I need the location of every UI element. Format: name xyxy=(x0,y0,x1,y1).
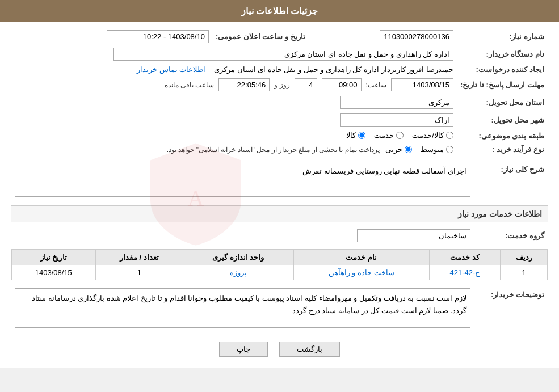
city-value: اراک xyxy=(340,113,453,127)
response-deadline-row: 1403/08/15 ساعت: 09:00 4 روز و 22:05:46 … xyxy=(15,78,453,91)
category-service-label: خدمت xyxy=(374,131,394,140)
service-group-table: گروه خدمت: ساختمان xyxy=(11,227,548,245)
col-unit: واحد اندازه گیری xyxy=(183,250,294,265)
buyer-notes-table: توضیحات خریدار: لازم است نسبت به دریافت … xyxy=(11,286,548,330)
purchase-partial-label: جزیی xyxy=(385,145,402,154)
purchase-medium-radio[interactable] xyxy=(446,146,453,153)
purchase-type-label: نوع فرآیند خرید : xyxy=(457,143,548,156)
page-container: جزئیات اطلاعات نیاز A شماره نیاز: 110300… xyxy=(0,0,559,368)
services-table: ردیف کد خدمت نام خدمت واحد اندازه گیری ت… xyxy=(11,249,548,280)
remaining-time-label: ساعت باقی مانده xyxy=(165,81,215,89)
response-time-label: ساعت: xyxy=(366,81,386,89)
need-number-value: 1103000278000136 xyxy=(380,30,453,43)
page-header: جزئیات اطلاعات نیاز xyxy=(0,0,559,22)
category-goods-item: کالا xyxy=(346,131,365,140)
category-service-item: خدمت xyxy=(374,131,404,140)
cell-name: ساخت جاده و راهآهن xyxy=(293,265,429,280)
need-desc-label: شرح کلی نیاز: xyxy=(474,161,548,199)
category-goods-label: کالا xyxy=(346,131,356,140)
category-goods-service-item: کالا/خدمت xyxy=(412,131,453,140)
buyer-org-label: نام دستگاه خریدار: xyxy=(457,45,548,63)
cell-code: ج-42-421 xyxy=(429,265,501,280)
print-button[interactable]: چاپ xyxy=(219,342,268,357)
main-content: A شماره نیاز: 1103000278000136 تاریخ و س… xyxy=(0,22,559,368)
purchase-partial-radio[interactable] xyxy=(405,146,412,153)
col-name: نام خدمت xyxy=(293,250,429,265)
table-row: 1 ج-42-421 ساخت جاده و راهآهن پروژه 1 14… xyxy=(12,265,548,280)
response-time: 09:00 xyxy=(322,78,362,91)
category-goods-service-radio[interactable] xyxy=(446,132,453,139)
cell-unit: پروژه xyxy=(183,265,294,280)
info-table: شماره نیاز: 1103000278000136 تاریخ و ساع… xyxy=(11,28,548,156)
remaining-days-label: روز و xyxy=(274,81,289,89)
requester-value: جمیدرضا افروز کاربرداز اداره کل راهداری … xyxy=(214,65,453,74)
need-desc-value: اجرای آسفالت قطعه نهایی روستایی فریسمانه… xyxy=(15,163,470,197)
category-goods-radio[interactable] xyxy=(358,132,365,139)
service-group-value: ساختمان xyxy=(357,229,470,242)
col-qty: تعداد / مقدار xyxy=(95,250,183,265)
back-button[interactable]: بازگشت xyxy=(279,342,340,357)
buttons-row: بازگشت چاپ xyxy=(11,342,548,357)
col-code: کد خدمت xyxy=(429,250,501,265)
purchase-partial-item: جزیی xyxy=(385,145,412,154)
buyer-org-value: اداره کل راهداری و حمل و نقل جاده ای است… xyxy=(113,48,453,61)
purchase-type-row: متوسط جزیی پرداخت تمام یا بخشی از مبلغ خ… xyxy=(15,145,453,154)
category-label: طبقه بندی موضوعی: xyxy=(457,129,548,143)
page-title: جزئیات اطلاعات نیاز xyxy=(241,6,318,16)
service-group-label: گروه خدمت: xyxy=(474,227,548,245)
col-row: ردیف xyxy=(501,250,548,265)
announcement-date-label: تاریخ و ساعت اعلان عمومی: xyxy=(212,28,309,45)
category-service-radio[interactable] xyxy=(396,132,404,139)
response-deadline-label: مهلت ارسال پاسخ: تا تاریخ: xyxy=(457,76,548,94)
response-date: 1403/08/15 xyxy=(391,78,453,91)
category-goods-service-label: کالا/خدمت xyxy=(412,131,444,140)
province-value: مرکزی xyxy=(340,96,453,109)
cell-row: 1 xyxy=(501,265,548,280)
cell-qty: 1 xyxy=(95,265,183,280)
remaining-days: 4 xyxy=(295,78,317,91)
buyer-notes-value: لازم است نسبت به دریافت وتکمیل و مهروامض… xyxy=(15,288,470,328)
city-label: شهر محل تحویل: xyxy=(457,111,548,129)
category-radio-group: کالا/خدمت خدمت کالا xyxy=(346,131,453,140)
requester-label: ایجاد کننده درخواست: xyxy=(457,63,548,76)
remaining-time: 22:05:46 xyxy=(218,78,270,91)
col-date: تاریخ نیاز xyxy=(12,250,96,265)
cell-date: 1403/08/15 xyxy=(12,265,96,280)
purchase-medium-label: متوسط xyxy=(421,145,444,154)
announcement-date-value: 1403/08/10 - 10:22 xyxy=(107,30,209,43)
services-section-title: اطلاعات خدمات مورد نیاز xyxy=(11,205,548,222)
buyer-notes-label: توضیحات خریدار: xyxy=(474,286,548,330)
contact-link[interactable]: اطلاعات تماس خریدار xyxy=(137,65,205,74)
need-number-label: شماره نیاز: xyxy=(457,28,548,45)
purchase-type-note: پرداخت تمام یا بخشی از مبلغ خریدار از مح… xyxy=(167,146,380,154)
purchase-type-radio-group: متوسط جزیی xyxy=(385,145,453,154)
province-label: استان محل تحویل: xyxy=(457,94,548,111)
need-desc-table: شرح کلی نیاز: اجرای آسفالت قطعه نهایی رو… xyxy=(11,161,548,199)
purchase-medium-item: متوسط xyxy=(421,145,453,154)
